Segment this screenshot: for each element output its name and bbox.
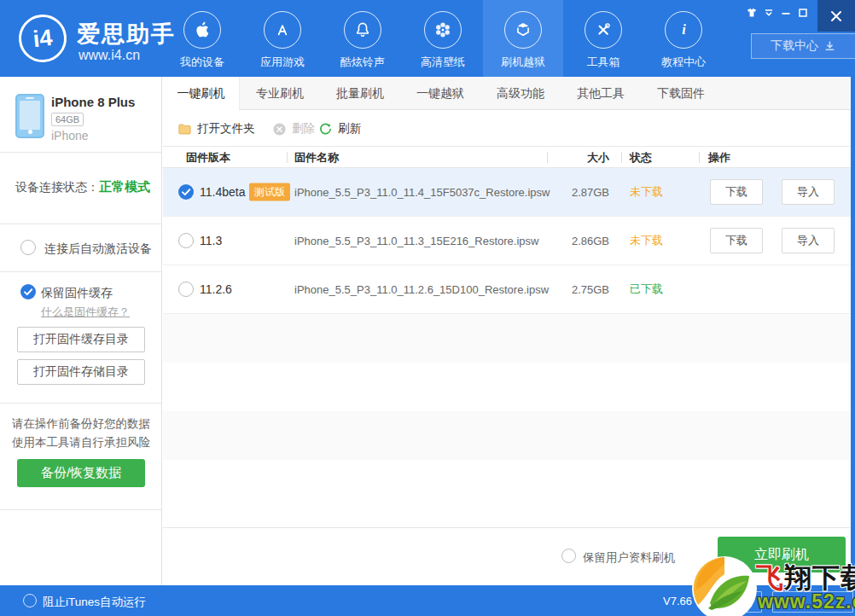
auto-activate-radio[interactable] xyxy=(20,240,36,255)
nav-apps-games[interactable]: 应用游戏 xyxy=(242,0,323,77)
download-label: 下载 xyxy=(725,184,747,200)
connection-status: 设备连接状态：正常模式 xyxy=(15,179,150,195)
import-button[interactable]: 导入 xyxy=(782,179,835,205)
nav-wallpapers[interactable]: 高清壁纸 xyxy=(403,0,483,77)
check-icon xyxy=(20,284,36,299)
close-button[interactable] xyxy=(817,0,855,32)
device-model: iPhone xyxy=(51,129,89,142)
warning-line-2: 使用本工具请自行承担风险 xyxy=(0,435,162,450)
appstore-icon xyxy=(264,11,301,49)
nav-label: 我的设备 xyxy=(162,55,242,70)
download-button[interactable]: 下载 xyxy=(710,228,763,253)
firmware-row[interactable]: 11.3 iPhone_5.5_P3_11.0_11.3_15E216_Rest… xyxy=(163,217,851,265)
beta-badge: 测试版 xyxy=(249,183,290,201)
firmware-filename: iPhone_5.5_P3_11.0_11.3_15E216_Restore.i… xyxy=(294,235,538,247)
backup-restore-label: 备份/恢复数据 xyxy=(41,465,121,481)
refresh-label: 刷新 xyxy=(338,121,361,137)
watermark-title-rest: 翔下载 xyxy=(784,562,855,593)
open-folder-label: 打开文件夹 xyxy=(197,121,255,137)
app-logo: i4 xyxy=(16,12,69,65)
nav-label: 应用游戏 xyxy=(242,55,323,70)
nav-label: 教程中心 xyxy=(643,55,724,70)
nav-label: 工具箱 xyxy=(563,55,643,70)
firmware-status: 未下载 xyxy=(630,184,663,200)
download-label: 下载 xyxy=(725,233,747,248)
col-status: 状态 xyxy=(630,150,652,166)
firmware-row[interactable]: 11.4beta 测试版 iPhone_5.5_P3_11.0_11.4_15F… xyxy=(163,168,851,217)
backup-restore-button[interactable]: 备份/恢复数据 xyxy=(17,459,145,487)
download-center-button[interactable]: 下载中心 xyxy=(751,33,855,59)
watermark-url: www.52z.com xyxy=(758,590,855,613)
firmware-row[interactable]: 11.2.6 iPhone_5.5_P3_11.0_11.2.6_15D100_… xyxy=(163,265,851,314)
device-capacity-badge: 64GB xyxy=(51,113,84,126)
delete-icon xyxy=(272,122,287,137)
window-right-border xyxy=(851,77,855,585)
nav-tutorials[interactable]: i 教程中心 xyxy=(643,0,724,77)
tab-download-firmware[interactable]: 下载固件 xyxy=(641,77,721,110)
open-cache-dir-label: 打开固件缓存目录 xyxy=(33,332,129,347)
tab-label: 其他工具 xyxy=(577,86,625,100)
keep-user-data-label: 保留用户资料刷机 xyxy=(583,550,675,566)
maximize-button[interactable] xyxy=(795,5,811,20)
col-filename: 固件名称 xyxy=(294,150,339,166)
col-size: 大小 xyxy=(555,150,609,166)
download-button[interactable]: 下载 xyxy=(710,179,763,205)
nav-label: 刷机越狱 xyxy=(483,55,563,70)
firmware-status: 未下载 xyxy=(630,233,663,248)
firmware-status: 已下载 xyxy=(630,282,663,297)
watermark-logo xyxy=(691,555,758,616)
tab-label: 一键刷机 xyxy=(177,86,225,100)
import-label: 导入 xyxy=(797,233,819,248)
firmware-radio-checked[interactable] xyxy=(178,184,194,200)
keep-user-data-radio[interactable] xyxy=(561,549,576,563)
tab-one-click-jailbreak[interactable]: 一键越狱 xyxy=(400,77,480,110)
tab-bar: 一键刷机 专业刷机 批量刷机 一键越狱 高级功能 其他工具 下载固件 xyxy=(163,77,851,110)
toolbox-icon xyxy=(585,11,622,49)
tab-label: 下载固件 xyxy=(657,86,705,100)
nav-flash-jailbreak[interactable]: 刷机越狱 xyxy=(483,0,563,77)
firmware-radio[interactable] xyxy=(178,282,194,297)
open-storage-dir-button[interactable]: 打开固件存储目录 xyxy=(17,359,145,385)
firmware-size: 2.87GB xyxy=(521,186,609,199)
auto-activate-label: 连接后自动激活设备 xyxy=(44,241,152,257)
refresh-button[interactable]: 刷新 xyxy=(318,111,361,147)
cache-help-link[interactable]: 什么是固件缓存？ xyxy=(41,305,130,320)
tab-other-tools[interactable]: 其他工具 xyxy=(561,77,641,110)
nav-my-device[interactable]: 我的设备 xyxy=(162,0,242,77)
open-cache-dir-button[interactable]: 打开固件缓存目录 xyxy=(17,327,145,352)
open-storage-dir-label: 打开固件存储目录 xyxy=(33,364,129,380)
import-button[interactable]: 导入 xyxy=(782,228,835,253)
keep-cache-checkbox[interactable] xyxy=(20,284,36,299)
nav-toolbox[interactable]: 工具箱 xyxy=(563,0,643,77)
tab-label: 高级功能 xyxy=(497,86,544,100)
block-itunes-label: 阻止iTunes自动运行 xyxy=(43,595,146,610)
tab-one-click-flash[interactable]: 一键刷机 xyxy=(163,77,240,111)
empty-row xyxy=(163,363,851,411)
connection-status-value: 正常模式 xyxy=(99,179,150,194)
col-actions: 操作 xyxy=(708,150,730,166)
wallpaper-flower-icon xyxy=(424,11,462,49)
firmware-size: 2.86GB xyxy=(521,235,609,247)
folder-icon xyxy=(177,122,192,137)
nav-ringtones[interactable]: 酷炫铃声 xyxy=(323,0,403,77)
minimize-button[interactable] xyxy=(778,5,794,20)
firmware-radio[interactable] xyxy=(178,233,194,248)
info-icon: i xyxy=(665,11,702,49)
app-url: www.i4.cn xyxy=(79,48,140,63)
firmware-version: 11.2.6 xyxy=(200,282,232,296)
tray-menu-icon[interactable] xyxy=(761,5,776,20)
open-folder-button[interactable]: 打开文件夹 xyxy=(177,111,255,147)
check-icon xyxy=(178,184,194,200)
tab-pro-flash[interactable]: 专业刷机 xyxy=(240,77,320,110)
main-panel: 一键刷机 专业刷机 批量刷机 一键越狱 高级功能 其他工具 下载固件 打开文件夹… xyxy=(163,77,851,585)
device-name: iPhone 8 Plus xyxy=(51,95,135,109)
delete-button: 删除 xyxy=(272,111,315,147)
tab-batch-flash[interactable]: 批量刷机 xyxy=(320,77,400,110)
firmware-filename: iPhone_5.5_P3_11.0_11.2.6_15D100_Restore… xyxy=(294,283,549,296)
skin-theme-icon[interactable] xyxy=(744,5,759,20)
version-text: V7.66 xyxy=(663,595,692,607)
block-itunes-radio[interactable] xyxy=(23,594,37,607)
svg-text:i: i xyxy=(682,22,686,38)
tab-advanced[interactable]: 高级功能 xyxy=(480,77,561,110)
table-header: 固件版本 固件名称 大小 状态 操作 xyxy=(163,147,851,168)
